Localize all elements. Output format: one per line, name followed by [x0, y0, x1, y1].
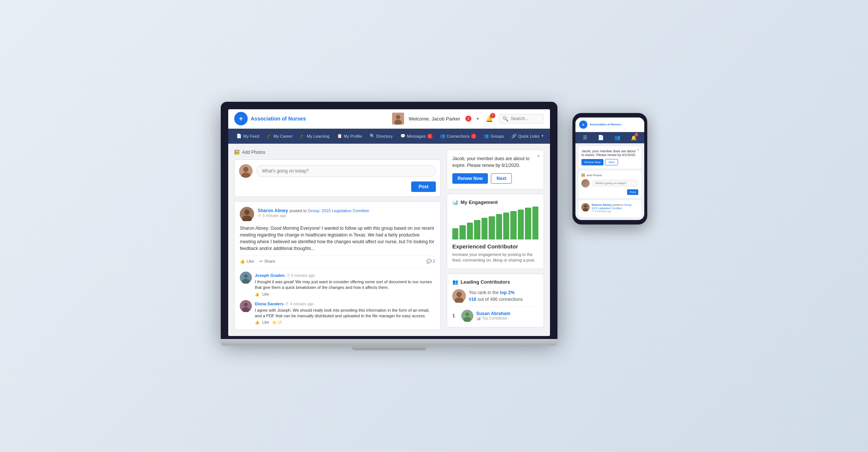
like-button[interactable]: 👍 Like: [240, 259, 254, 264]
contributor-badge-text-1: Top Contributor: [482, 316, 507, 320]
like-icon-1: 👍: [255, 292, 259, 296]
renewal-next-button[interactable]: Next: [491, 173, 512, 184]
laptop-screen: + Association of Nurses Welcome, Jacob P…: [228, 109, 550, 336]
contributor-name-1[interactable]: Susan Abraham: [476, 311, 538, 316]
phone-renew-now-button[interactable]: Renew Now: [581, 159, 603, 165]
comment-content-2: Diona Sanders ⏱ 4 minutes ago I agree wi…: [255, 300, 435, 325]
engagement-title-text: My Engagement: [461, 199, 498, 205]
phone-next-button[interactable]: Next: [605, 159, 618, 165]
phone-renewal-buttons: Renew Now Next: [581, 159, 638, 165]
like-icon-2: 👍: [255, 320, 259, 324]
nav-item-messages[interactable]: 💬 Messages 1: [397, 129, 436, 144]
main-layout: 🖼️ Add Photos: [228, 144, 550, 336]
dropdown-arrow-icon[interactable]: ▼: [476, 117, 480, 121]
svg-point-19: [465, 312, 469, 316]
svg-point-1: [396, 115, 400, 119]
bar-item: [459, 225, 465, 239]
renewal-card: × Jacob, your member dues are about to e…: [447, 150, 544, 189]
bar-item: [482, 218, 488, 239]
bar-chart-icon: 📊: [452, 199, 458, 205]
engagement-card-title: 📊 My Engagement: [452, 199, 538, 205]
nav-item-directory[interactable]: 🔍 Directory: [366, 129, 397, 144]
feed-post: Sharon Abney posted to Group: 2015 Legis…: [234, 201, 441, 330]
post-time: ⏱ 5 minutes ago: [258, 214, 435, 218]
share-label: Share: [264, 259, 275, 263]
nav-item-my-profile[interactable]: 📋 My Profile: [333, 129, 366, 144]
post-button-row: Post: [239, 181, 436, 192]
renew-now-button[interactable]: Renew Now: [452, 173, 488, 184]
screen-bezel: + Association of Nurses Welcome, Jacob P…: [221, 102, 557, 339]
search-icon: 🔍: [502, 116, 508, 122]
user-avatar-header: [392, 113, 404, 125]
comment-item-2: Diona Sanders ⏱ 4 minutes ago I agree wi…: [240, 300, 435, 325]
svg-point-7: [244, 210, 250, 215]
add-photos-bar[interactable]: 🖼️ Add Photos: [234, 150, 441, 155]
share-button[interactable]: ↩ Share: [259, 259, 275, 264]
links-icon: 🔗: [511, 134, 517, 138]
phone-post-area: 🖼️ Add Photos Post: [578, 171, 641, 198]
bar-item: [532, 207, 538, 239]
phone-user-avatar: [581, 179, 590, 187]
connections-badge: 1: [471, 134, 476, 139]
nav-item-my-learning[interactable]: 🎓 My Learning: [296, 129, 333, 144]
bar-item: [525, 208, 531, 239]
rank-info: You rank in the top 2% #16 out of 486 co…: [452, 289, 538, 303]
nav-item-my-feed[interactable]: 📄 My Feed: [233, 129, 263, 144]
nav-item-my-career[interactable]: 🎓 My Career: [263, 129, 296, 144]
laptop-base: [221, 339, 557, 346]
post-posted-to: posted to: [290, 208, 308, 213]
post-meta: Sharon Abney posted to Group: 2015 Legis…: [258, 207, 435, 218]
comment-like-label-2[interactable]: Like: [262, 320, 269, 324]
phone-post-input[interactable]: [592, 180, 638, 186]
contributor-rank-1: 1: [452, 313, 458, 318]
contributor-badge-1: 📊 Top Contributor: [476, 316, 538, 320]
feed-column: 🖼️ Add Photos: [234, 150, 441, 330]
post-button[interactable]: Post: [411, 181, 436, 192]
phone-bezel: + Association of Nurses ☰ 📄 👥 🔔 7: [572, 113, 647, 225]
rank-connections-text: out of 486 connections: [477, 297, 523, 302]
post-box: Post: [234, 159, 441, 197]
comment-header-1: Joseph Graden ⏱ 4 minutes ago: [255, 272, 435, 278]
post-header: Sharon Abney posted to Group: 2015 Legis…: [240, 207, 435, 221]
post-group-link[interactable]: Group: 2015 Legislation Comittee: [308, 208, 369, 213]
comment-like-label-1[interactable]: Like: [262, 292, 269, 296]
phone-screen: + Association of Nurses ☰ 📄 👥 🔔 7: [575, 117, 644, 220]
post-author-line: Sharon Abney posted to Group: 2015 Legis…: [258, 207, 435, 214]
thumbs-up-icon: 👍: [240, 259, 245, 264]
rank-text-pre: You rank in the: [469, 290, 499, 295]
nav-item-groups[interactable]: 👥 Groups: [480, 129, 508, 144]
phone-menu-icon[interactable]: ☰: [583, 135, 587, 140]
phone-logo-icon: +: [579, 120, 587, 129]
phone-post-button[interactable]: Post: [627, 189, 638, 195]
add-photos-label: Add Photos: [242, 150, 265, 155]
star-number: 18: [277, 320, 281, 324]
comment-item: Joseph Graden ⏱ 4 minutes ago I thought …: [240, 272, 435, 296]
feed-icon: 📄: [236, 134, 242, 138]
nav-item-quick-links[interactable]: 🔗 Quick Links ▼: [508, 129, 548, 144]
phone-feed-icon[interactable]: 📄: [598, 135, 604, 140]
phone-people-icon[interactable]: 👥: [614, 135, 620, 140]
engagement-level-text: Experienced Contributor: [452, 243, 538, 250]
phone-notification-badge: 7: [635, 133, 638, 137]
clock-icon: ⏱: [258, 214, 262, 218]
phone-renewal-close-button[interactable]: ×: [637, 148, 639, 152]
bar-item: [489, 216, 495, 239]
nav-label-directory: Directory: [376, 134, 393, 138]
directory-icon: 🔍: [370, 134, 375, 138]
renewal-close-button[interactable]: ×: [537, 153, 540, 159]
svg-point-22: [584, 205, 587, 208]
engagement-description: Increase your engagement by posting to t…: [452, 252, 538, 263]
laptop-stand: [352, 346, 427, 350]
star-icon: ⭐: [272, 320, 276, 324]
user-badge: 2: [465, 116, 471, 122]
phone-renewal-text: Jacob, your member dues are about to exp…: [581, 149, 638, 157]
contributors-title: 👥 Leading Contributors: [452, 279, 538, 285]
search-input[interactable]: [511, 116, 541, 121]
notifications-button[interactable]: 🔔 7: [484, 114, 495, 124]
phone-post-avatar: [581, 203, 590, 211]
phone-post-meta: Sharon Abney posted to Group: 2015 Legis…: [592, 203, 638, 213]
phone-add-photos[interactable]: 🖼️ Add Photos: [581, 174, 638, 177]
rank-number: #16: [469, 297, 476, 302]
post-text-input[interactable]: [256, 165, 436, 177]
nav-item-connections[interactable]: 👥 Connections 1: [436, 129, 480, 144]
